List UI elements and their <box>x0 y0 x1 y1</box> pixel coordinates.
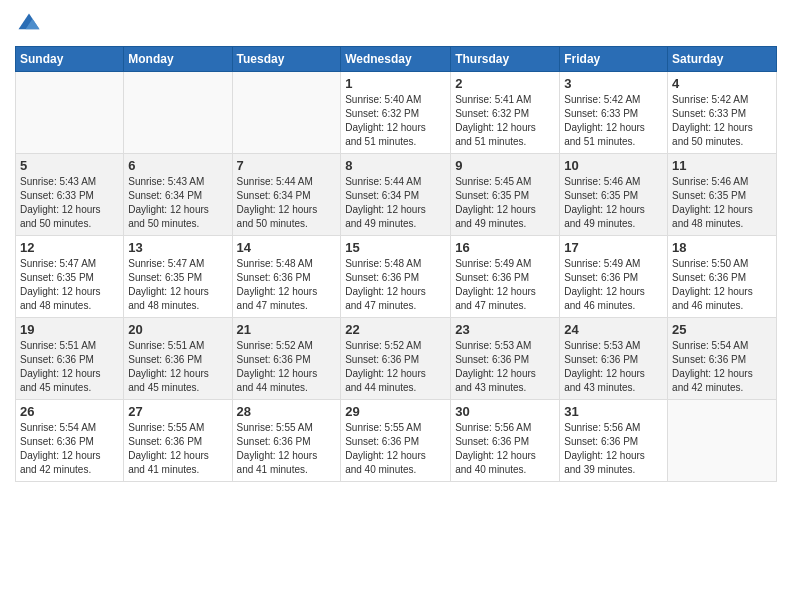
day-info: Sunrise: 5:49 AM Sunset: 6:36 PM Dayligh… <box>455 257 555 313</box>
calendar-table: SundayMondayTuesdayWednesdayThursdayFrid… <box>15 46 777 482</box>
week-row-5: 26Sunrise: 5:54 AM Sunset: 6:36 PM Dayli… <box>16 400 777 482</box>
weekday-header-saturday: Saturday <box>668 47 777 72</box>
day-info: Sunrise: 5:45 AM Sunset: 6:35 PM Dayligh… <box>455 175 555 231</box>
day-number: 29 <box>345 404 446 419</box>
weekday-header-monday: Monday <box>124 47 232 72</box>
day-number: 31 <box>564 404 663 419</box>
day-number: 10 <box>564 158 663 173</box>
day-number: 26 <box>20 404 119 419</box>
day-cell <box>668 400 777 482</box>
day-number: 24 <box>564 322 663 337</box>
day-cell: 2Sunrise: 5:41 AM Sunset: 6:32 PM Daylig… <box>451 72 560 154</box>
day-cell: 23Sunrise: 5:53 AM Sunset: 6:36 PM Dayli… <box>451 318 560 400</box>
weekday-header-thursday: Thursday <box>451 47 560 72</box>
day-cell: 26Sunrise: 5:54 AM Sunset: 6:36 PM Dayli… <box>16 400 124 482</box>
day-info: Sunrise: 5:56 AM Sunset: 6:36 PM Dayligh… <box>564 421 663 477</box>
day-number: 25 <box>672 322 772 337</box>
day-info: Sunrise: 5:52 AM Sunset: 6:36 PM Dayligh… <box>345 339 446 395</box>
page-container: SundayMondayTuesdayWednesdayThursdayFrid… <box>0 0 792 492</box>
week-row-2: 5Sunrise: 5:43 AM Sunset: 6:33 PM Daylig… <box>16 154 777 236</box>
day-info: Sunrise: 5:55 AM Sunset: 6:36 PM Dayligh… <box>128 421 227 477</box>
day-cell <box>16 72 124 154</box>
day-info: Sunrise: 5:48 AM Sunset: 6:36 PM Dayligh… <box>345 257 446 313</box>
day-cell: 25Sunrise: 5:54 AM Sunset: 6:36 PM Dayli… <box>668 318 777 400</box>
day-info: Sunrise: 5:47 AM Sunset: 6:35 PM Dayligh… <box>128 257 227 313</box>
weekday-header-row: SundayMondayTuesdayWednesdayThursdayFrid… <box>16 47 777 72</box>
day-number: 27 <box>128 404 227 419</box>
day-number: 13 <box>128 240 227 255</box>
day-cell: 14Sunrise: 5:48 AM Sunset: 6:36 PM Dayli… <box>232 236 341 318</box>
day-cell: 22Sunrise: 5:52 AM Sunset: 6:36 PM Dayli… <box>341 318 451 400</box>
day-number: 22 <box>345 322 446 337</box>
day-cell: 20Sunrise: 5:51 AM Sunset: 6:36 PM Dayli… <box>124 318 232 400</box>
day-info: Sunrise: 5:54 AM Sunset: 6:36 PM Dayligh… <box>672 339 772 395</box>
day-cell <box>124 72 232 154</box>
day-info: Sunrise: 5:55 AM Sunset: 6:36 PM Dayligh… <box>345 421 446 477</box>
day-number: 11 <box>672 158 772 173</box>
week-row-4: 19Sunrise: 5:51 AM Sunset: 6:36 PM Dayli… <box>16 318 777 400</box>
day-number: 2 <box>455 76 555 91</box>
day-number: 9 <box>455 158 555 173</box>
day-info: Sunrise: 5:51 AM Sunset: 6:36 PM Dayligh… <box>20 339 119 395</box>
day-number: 5 <box>20 158 119 173</box>
day-info: Sunrise: 5:51 AM Sunset: 6:36 PM Dayligh… <box>128 339 227 395</box>
day-info: Sunrise: 5:44 AM Sunset: 6:34 PM Dayligh… <box>345 175 446 231</box>
day-cell: 27Sunrise: 5:55 AM Sunset: 6:36 PM Dayli… <box>124 400 232 482</box>
day-info: Sunrise: 5:43 AM Sunset: 6:33 PM Dayligh… <box>20 175 119 231</box>
day-info: Sunrise: 5:55 AM Sunset: 6:36 PM Dayligh… <box>237 421 337 477</box>
day-cell: 24Sunrise: 5:53 AM Sunset: 6:36 PM Dayli… <box>560 318 668 400</box>
day-cell: 31Sunrise: 5:56 AM Sunset: 6:36 PM Dayli… <box>560 400 668 482</box>
logo <box>15 10 47 38</box>
day-number: 23 <box>455 322 555 337</box>
day-cell: 7Sunrise: 5:44 AM Sunset: 6:34 PM Daylig… <box>232 154 341 236</box>
day-cell: 5Sunrise: 5:43 AM Sunset: 6:33 PM Daylig… <box>16 154 124 236</box>
day-info: Sunrise: 5:53 AM Sunset: 6:36 PM Dayligh… <box>455 339 555 395</box>
day-cell: 30Sunrise: 5:56 AM Sunset: 6:36 PM Dayli… <box>451 400 560 482</box>
day-cell: 10Sunrise: 5:46 AM Sunset: 6:35 PM Dayli… <box>560 154 668 236</box>
day-info: Sunrise: 5:42 AM Sunset: 6:33 PM Dayligh… <box>564 93 663 149</box>
day-number: 3 <box>564 76 663 91</box>
day-cell: 4Sunrise: 5:42 AM Sunset: 6:33 PM Daylig… <box>668 72 777 154</box>
day-number: 19 <box>20 322 119 337</box>
day-number: 15 <box>345 240 446 255</box>
day-info: Sunrise: 5:42 AM Sunset: 6:33 PM Dayligh… <box>672 93 772 149</box>
day-cell: 17Sunrise: 5:49 AM Sunset: 6:36 PM Dayli… <box>560 236 668 318</box>
day-info: Sunrise: 5:54 AM Sunset: 6:36 PM Dayligh… <box>20 421 119 477</box>
day-cell: 1Sunrise: 5:40 AM Sunset: 6:32 PM Daylig… <box>341 72 451 154</box>
day-cell: 16Sunrise: 5:49 AM Sunset: 6:36 PM Dayli… <box>451 236 560 318</box>
day-info: Sunrise: 5:46 AM Sunset: 6:35 PM Dayligh… <box>564 175 663 231</box>
day-number: 1 <box>345 76 446 91</box>
weekday-header-wednesday: Wednesday <box>341 47 451 72</box>
day-info: Sunrise: 5:52 AM Sunset: 6:36 PM Dayligh… <box>237 339 337 395</box>
week-row-3: 12Sunrise: 5:47 AM Sunset: 6:35 PM Dayli… <box>16 236 777 318</box>
day-cell: 9Sunrise: 5:45 AM Sunset: 6:35 PM Daylig… <box>451 154 560 236</box>
weekday-header-tuesday: Tuesday <box>232 47 341 72</box>
day-info: Sunrise: 5:47 AM Sunset: 6:35 PM Dayligh… <box>20 257 119 313</box>
day-info: Sunrise: 5:40 AM Sunset: 6:32 PM Dayligh… <box>345 93 446 149</box>
day-cell: 8Sunrise: 5:44 AM Sunset: 6:34 PM Daylig… <box>341 154 451 236</box>
day-number: 30 <box>455 404 555 419</box>
day-info: Sunrise: 5:53 AM Sunset: 6:36 PM Dayligh… <box>564 339 663 395</box>
day-number: 8 <box>345 158 446 173</box>
day-number: 7 <box>237 158 337 173</box>
day-info: Sunrise: 5:50 AM Sunset: 6:36 PM Dayligh… <box>672 257 772 313</box>
day-cell: 29Sunrise: 5:55 AM Sunset: 6:36 PM Dayli… <box>341 400 451 482</box>
logo-icon <box>15 10 43 38</box>
day-number: 12 <box>20 240 119 255</box>
day-cell: 11Sunrise: 5:46 AM Sunset: 6:35 PM Dayli… <box>668 154 777 236</box>
day-info: Sunrise: 5:44 AM Sunset: 6:34 PM Dayligh… <box>237 175 337 231</box>
day-cell: 13Sunrise: 5:47 AM Sunset: 6:35 PM Dayli… <box>124 236 232 318</box>
day-number: 16 <box>455 240 555 255</box>
day-number: 4 <box>672 76 772 91</box>
day-number: 17 <box>564 240 663 255</box>
day-cell: 12Sunrise: 5:47 AM Sunset: 6:35 PM Dayli… <box>16 236 124 318</box>
day-number: 6 <box>128 158 227 173</box>
day-info: Sunrise: 5:46 AM Sunset: 6:35 PM Dayligh… <box>672 175 772 231</box>
day-info: Sunrise: 5:43 AM Sunset: 6:34 PM Dayligh… <box>128 175 227 231</box>
day-number: 21 <box>237 322 337 337</box>
day-cell <box>232 72 341 154</box>
day-number: 14 <box>237 240 337 255</box>
day-info: Sunrise: 5:48 AM Sunset: 6:36 PM Dayligh… <box>237 257 337 313</box>
day-cell: 15Sunrise: 5:48 AM Sunset: 6:36 PM Dayli… <box>341 236 451 318</box>
day-number: 18 <box>672 240 772 255</box>
